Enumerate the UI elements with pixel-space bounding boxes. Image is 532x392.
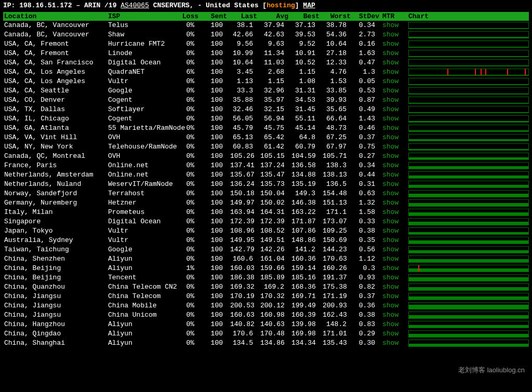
cell-loss: 0%: [175, 105, 201, 114]
mtr-show-link[interactable]: show: [382, 218, 398, 225]
table-row: USA, CA, FremontLinode0%10010.9911.3410.…: [3, 49, 529, 58]
mtr-show-link[interactable]: show: [382, 115, 398, 123]
cell-worst: 151.13: [322, 198, 353, 208]
cell-worst: 67.97: [322, 142, 353, 152]
mtr-show-link[interactable]: show: [382, 49, 398, 57]
cell-stdev: 0.36: [353, 301, 381, 310]
cell-loss: 0%: [175, 58, 201, 67]
cell-stdev: 1.58: [353, 208, 381, 217]
cell-worst: 200.93: [322, 301, 353, 310]
col-worst[interactable]: Worst: [322, 12, 353, 21]
cell-sent: 100: [201, 86, 229, 96]
cell-stdev: 0.53: [353, 86, 381, 96]
col-mtr[interactable]: MTR: [381, 12, 407, 21]
mtr-show-link[interactable]: show: [382, 96, 398, 104]
col-location[interactable]: Location: [3, 12, 107, 21]
cell-mtr: show: [381, 39, 407, 49]
cell-mtr: show: [381, 245, 407, 254]
cell-isp: Tencent: [107, 273, 175, 282]
cell-avg: 134.86: [259, 339, 290, 348]
mtr-show-link[interactable]: show: [382, 124, 398, 132]
mtr-show-link[interactable]: show: [382, 311, 398, 319]
cell-last: 142.79: [229, 245, 259, 254]
mtr-show-link[interactable]: show: [382, 246, 398, 253]
col-sent[interactable]: Sent: [201, 12, 229, 21]
mtr-show-link[interactable]: show: [382, 133, 398, 141]
latency-chart: [408, 134, 529, 141]
mtr-show-link[interactable]: show: [382, 59, 398, 66]
registry: ARIN /19: [84, 2, 121, 9]
cell-avg: 42.63: [259, 30, 290, 39]
mtr-show-link[interactable]: show: [382, 68, 398, 76]
cell-best: 64.8: [290, 133, 322, 142]
cell-mtr: show: [381, 77, 407, 86]
mtr-show-link[interactable]: show: [382, 87, 398, 94]
mtr-show-link[interactable]: show: [382, 180, 398, 188]
cell-worst: 154.48: [322, 189, 353, 198]
mtr-show-link[interactable]: show: [382, 143, 398, 151]
cell-loss: 6%: [175, 67, 201, 77]
col-loss[interactable]: Loss: [175, 12, 201, 21]
mtr-show-link[interactable]: show: [382, 274, 398, 281]
mtr-show-link[interactable]: show: [382, 283, 398, 291]
mtr-show-link[interactable]: show: [382, 292, 398, 300]
cell-location: USA, GA, Atlanta: [3, 124, 107, 133]
col-best[interactable]: Best: [290, 12, 322, 21]
cell-mtr: show: [381, 21, 407, 30]
asn-link[interactable]: AS40065: [121, 2, 149, 9]
latency-chart: [408, 22, 529, 29]
col-chart[interactable]: Chart: [407, 12, 529, 21]
cell-worst: 109.25: [322, 226, 353, 236]
cell-isp: Hurricane FMT2: [107, 39, 175, 49]
cell-stdev: 0.34: [353, 161, 381, 170]
mtr-show-link[interactable]: show: [382, 152, 398, 160]
cell-last: 160.6: [229, 254, 259, 264]
cell-stdev: 0.44: [353, 170, 381, 180]
latency-chart: [408, 50, 529, 57]
col-avg[interactable]: Avg: [259, 12, 290, 21]
mtr-show-link[interactable]: show: [382, 105, 398, 113]
mtr-show-link[interactable]: show: [382, 31, 398, 38]
mtr-show-link[interactable]: show: [382, 171, 398, 179]
mtr-show-link[interactable]: show: [382, 40, 398, 48]
cell-avg: 164.31: [259, 208, 290, 217]
cell-location: USA, VA, Vint Hill: [3, 133, 107, 142]
mtr-show-link[interactable]: show: [382, 236, 398, 244]
cell-stdev: 0.49: [353, 105, 381, 114]
mtr-show-link[interactable]: show: [382, 302, 398, 309]
mtr-show-link[interactable]: show: [382, 161, 398, 169]
map-link[interactable]: MAP: [303, 2, 315, 9]
mtr-show-link[interactable]: show: [382, 227, 398, 235]
cell-location: Canada, QC, Montreal: [3, 152, 107, 161]
col-isp[interactable]: ISP: [107, 12, 175, 21]
cell-mtr: show: [381, 226, 407, 236]
cell-sent: 100: [201, 105, 229, 114]
mtr-show-link[interactable]: show: [382, 208, 398, 216]
cell-chart: [407, 320, 529, 329]
cell-sent: 100: [201, 226, 229, 236]
cell-best: 149.3: [290, 189, 322, 198]
mtr-show-link[interactable]: show: [382, 264, 398, 272]
table-row: USA, CA, Los AngelesQuadraNET6%1003.452.…: [3, 67, 529, 77]
latency-chart: [408, 40, 529, 48]
cell-best: 39.53: [290, 30, 322, 39]
cell-best: 169.98: [290, 329, 322, 339]
col-last[interactable]: Last: [229, 12, 259, 21]
mtr-show-link[interactable]: show: [382, 190, 398, 197]
latency-chart: [408, 340, 529, 347]
mtr-show-link[interactable]: show: [382, 255, 398, 263]
table-row: USA, GA, Atlanta55 Marietta/RamNode0%100…: [3, 124, 529, 133]
mtr-show-link[interactable]: show: [382, 77, 398, 85]
cell-mtr: show: [381, 114, 407, 124]
cell-loss: 0%: [175, 208, 201, 217]
mtr-show-link[interactable]: show: [382, 21, 398, 29]
mtr-show-link[interactable]: show: [382, 330, 398, 337]
mtr-show-link[interactable]: show: [382, 199, 398, 207]
cell-sent: 100: [201, 208, 229, 217]
mtr-show-link[interactable]: show: [382, 320, 398, 328]
table-row: China, BeijingTencent0%100186.38185.8918…: [3, 273, 529, 282]
cell-best: 55.11: [290, 114, 322, 124]
mtr-show-link[interactable]: show: [382, 339, 398, 347]
col-stdev[interactable]: StDev: [353, 12, 381, 21]
cell-isp: OVH: [107, 133, 175, 142]
